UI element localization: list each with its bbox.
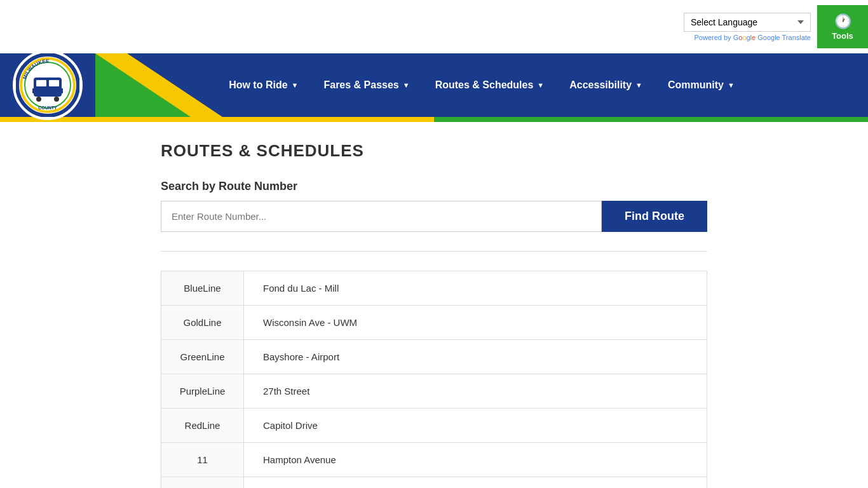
logo-svg: MILWAUKEE COUNTY	[16, 53, 79, 117]
chevron-down-icon: ▼	[537, 81, 544, 89]
table-row[interactable]: BlueLine Fond du Lac - Mill	[161, 271, 707, 306]
language-select[interactable]: Select Language	[684, 13, 811, 32]
find-route-button[interactable]: Find Route	[602, 201, 707, 232]
nav-link-community[interactable]: Community ▼	[655, 62, 747, 109]
nav-link-how-to-ride[interactable]: How to Ride ▼	[216, 62, 311, 109]
route-description: 27th Street	[244, 374, 707, 409]
svg-rect-10	[32, 88, 35, 93]
nav-item-community[interactable]: Community ▼	[655, 62, 747, 109]
route-name: 11	[161, 443, 244, 477]
svg-point-9	[54, 97, 59, 102]
svg-text:COUNTY: COUNTY	[38, 105, 57, 110]
svg-point-8	[36, 97, 41, 102]
search-row: Find Route	[161, 201, 707, 232]
page-title: ROUTES & SCHEDULES	[161, 141, 707, 161]
table-row[interactable]: 11 Hampton Avenue	[161, 443, 707, 477]
nav-menu: How to Ride ▼ Fares & Passes ▼ Routes & …	[216, 62, 747, 109]
site-header: MILWAUKEE COUNTY	[0, 53, 868, 117]
chevron-down-icon: ▼	[403, 81, 410, 89]
chevron-down-icon: ▼	[292, 81, 299, 89]
route-name: RedLine	[161, 409, 244, 443]
routes-table: BlueLine Fond du Lac - Mill GoldLine Wis…	[161, 271, 707, 488]
tools-label: Tools	[832, 31, 853, 41]
powered-by: Powered by Google Google Translate	[694, 34, 811, 41]
route-description: Hampton Avenue	[244, 443, 707, 477]
route-description: Bayshore - Airport	[244, 340, 707, 374]
search-section: Search by Route Number Find Route	[161, 180, 707, 232]
table-row[interactable]: GreenLine Bayshore - Airport	[161, 340, 707, 374]
nav-item-fares-passes[interactable]: Fares & Passes ▼	[311, 62, 422, 109]
nav-link-accessibility[interactable]: Accessibility ▼	[557, 62, 655, 109]
svg-rect-11	[60, 88, 63, 93]
clock-icon: 🕐	[834, 13, 851, 30]
route-name: GoldLine	[161, 306, 244, 340]
route-name: GreenLine	[161, 340, 244, 374]
route-description: Fond du Lac - Mill	[244, 271, 707, 306]
route-number-input[interactable]	[161, 201, 602, 232]
route-description: Wisconsin Ave - UWM	[244, 306, 707, 340]
nav-item-how-to-ride[interactable]: How to Ride ▼	[216, 62, 311, 109]
route-description: Teutonia	[244, 477, 707, 489]
svg-rect-6	[36, 80, 46, 86]
search-label: Search by Route Number	[161, 180, 707, 193]
logo-wrap: MILWAUKEE COUNTY	[0, 53, 95, 117]
chevron-down-icon: ▼	[728, 81, 735, 89]
tools-button[interactable]: 🕐 Tools	[817, 5, 868, 48]
language-selector-wrap: Select Language Powered by Google Google…	[684, 13, 811, 41]
chevron-down-icon: ▼	[635, 81, 642, 89]
top-bar: Select Language Powered by Google Google…	[0, 0, 868, 53]
main-content: ROUTES & SCHEDULES Search by Route Numbe…	[148, 122, 720, 488]
svg-rect-7	[49, 80, 59, 86]
nav-item-routes-schedules[interactable]: Routes & Schedules ▼	[423, 62, 557, 109]
logo-circle: MILWAUKEE COUNTY	[13, 50, 83, 120]
header-bottom-stripe	[0, 117, 868, 122]
table-row[interactable]: RedLine Capitol Drive	[161, 409, 707, 443]
nav-link-fares-passes[interactable]: Fares & Passes ▼	[311, 62, 422, 109]
route-name: 12	[161, 477, 244, 489]
route-name: PurpleLine	[161, 374, 244, 409]
table-row[interactable]: GoldLine Wisconsin Ave - UWM	[161, 306, 707, 340]
nav-link-routes-schedules[interactable]: Routes & Schedules ▼	[423, 62, 557, 109]
nav-item-accessibility[interactable]: Accessibility ▼	[557, 62, 655, 109]
section-divider	[161, 251, 707, 252]
table-row[interactable]: 12 Teutonia	[161, 477, 707, 489]
route-description: Capitol Drive	[244, 409, 707, 443]
main-nav: How to Ride ▼ Fares & Passes ▼ Routes & …	[95, 62, 868, 109]
route-name: BlueLine	[161, 271, 244, 306]
table-row[interactable]: PurpleLine 27th Street	[161, 374, 707, 409]
